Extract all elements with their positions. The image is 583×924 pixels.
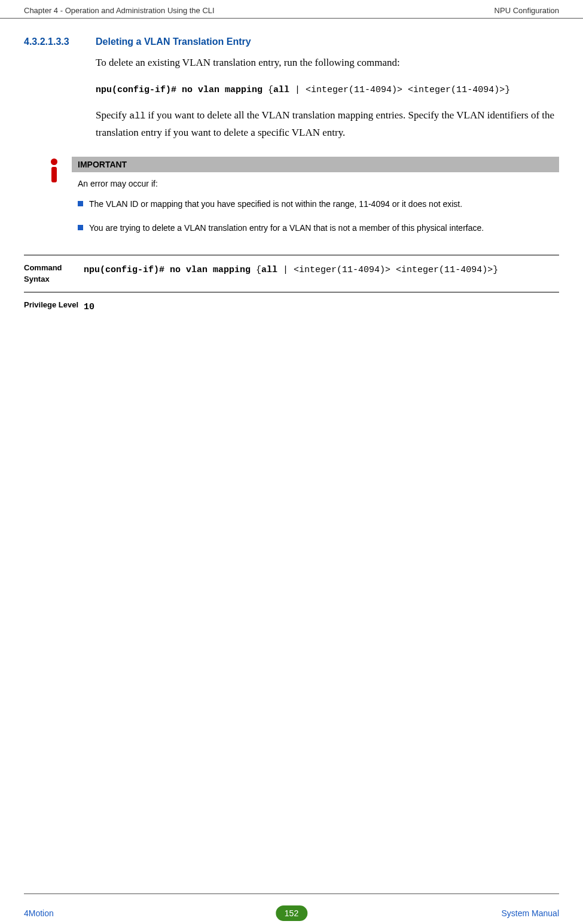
body-text-block: To delete an existing VLAN translation e… [96, 54, 559, 142]
specify-paragraph: Specify all if you want to delete all th… [96, 107, 559, 142]
privilege-label: Privilege Level [24, 300, 84, 315]
inline-code: all [129, 111, 145, 121]
cmd-bold: npu(config-if)# no vlan mapping [96, 85, 268, 95]
bullet-text: The VLAN ID or mapping that you have spe… [89, 199, 553, 211]
section-title: Deleting a VLAN Translation Entry [96, 36, 251, 47]
page-header: Chapter 4 - Operation and Administration… [0, 0, 583, 19]
important-content: IMPORTANT An error may occur if: The VLA… [72, 157, 559, 246]
privilege-value: 10 [84, 300, 559, 315]
bullet-text: You are trying to delete a VLAN translat… [89, 222, 553, 234]
list-item: The VLAN ID or mapping that you have spe… [78, 199, 553, 211]
text: Specify [96, 109, 129, 121]
main-content: 4.3.2.1.3.3 Deleting a VLAN Translation … [0, 19, 583, 321]
table-row: Privilege Level 10 [24, 292, 559, 322]
cmd-bold: all [261, 265, 277, 275]
footer-border [24, 893, 559, 894]
cmd-plain: { [256, 265, 261, 275]
syntax-value: npu(config-if)# no vlan mapping {all | <… [84, 263, 559, 284]
bullet-list: The VLAN ID or mapping that you have spe… [78, 199, 553, 234]
important-body: An error may occur if: The VLAN ID or ma… [72, 172, 559, 234]
section-number: 4.3.2.1.3.3 [24, 36, 96, 47]
important-callout: IMPORTANT An error may occur if: The VLA… [48, 157, 559, 246]
footer-right: System Manual [502, 908, 559, 918]
header-left: Chapter 4 - Operation and Administration… [24, 6, 215, 15]
cmd-plain: | <integer(11-4094)> <integer(11-4094)>} [289, 85, 510, 95]
section-heading: 4.3.2.1.3.3 Deleting a VLAN Translation … [24, 36, 559, 47]
footer-center: 152 [276, 908, 307, 918]
intro-paragraph: To delete an existing VLAN translation e… [96, 54, 559, 72]
header-right: NPU Configuration [495, 6, 559, 15]
text: if you want to delete all the VLAN trans… [96, 109, 554, 138]
command-table: Command Syntax npu(config-if)# no vlan m… [24, 255, 559, 321]
cmd-bold: npu(config-if)# no vlan mapping [84, 265, 256, 275]
syntax-label: Command Syntax [24, 263, 84, 284]
command-line: npu(config-if)# no vlan mapping {all | <… [96, 81, 559, 98]
page-number-badge: 152 [276, 905, 307, 921]
cmd-plain: | <integer(11-4094)> <integer(11-4094)>} [277, 265, 498, 275]
table-row: Command Syntax npu(config-if)# no vlan m… [24, 255, 559, 291]
cmd-bold: all [273, 85, 289, 95]
list-item: You are trying to delete a VLAN translat… [78, 222, 553, 234]
page-footer: 4Motion 152 System Manual [0, 908, 583, 918]
privilege-number: 10 [84, 302, 94, 312]
important-icon [48, 157, 72, 246]
important-label: IMPORTANT [72, 157, 559, 172]
footer-left: 4Motion [24, 908, 54, 918]
important-intro: An error may occur if: [78, 178, 553, 190]
cmd-plain: { [268, 85, 273, 95]
bullet-icon [78, 225, 83, 230]
bullet-icon [78, 201, 83, 206]
